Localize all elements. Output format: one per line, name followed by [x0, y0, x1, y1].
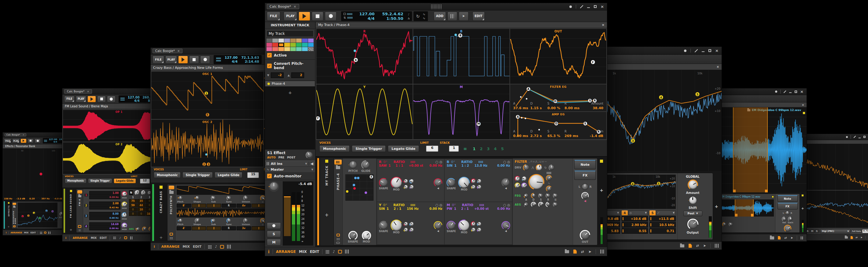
minimize-icon[interactable] — [702, 51, 705, 52]
osc-phase[interactable]: 0° — [452, 203, 456, 207]
band-freq-value[interactable]: 2.90 kHz — [622, 222, 648, 228]
osc-wave-type[interactable]: PW — [446, 207, 452, 210]
project-tab[interactable]: Calc Boogie* × — [267, 4, 299, 9]
preset-folder-icon[interactable] — [13, 206, 16, 208]
op-mod-knob[interactable] — [122, 202, 127, 207]
eq-band-handle[interactable]: 4 — [631, 182, 635, 186]
play-button[interactable] — [21, 139, 27, 143]
file-browser-icon[interactable] — [574, 249, 577, 254]
minimize-icon[interactable] — [587, 7, 590, 8]
dots-icon[interactable] — [113, 236, 116, 239]
osc-shape-knob[interactable] — [446, 221, 456, 230]
dots-icon[interactable] — [326, 250, 330, 254]
mode-dropdown[interactable]: Digi (PRC)▼ — [820, 229, 850, 233]
mono-stereo-icons[interactable]: ○ ◎ — [436, 160, 442, 164]
band-gain-value[interactable]: +11.5 dB — [649, 216, 676, 221]
add-device-button[interactable]: + — [159, 235, 163, 240]
arm-button[interactable] — [267, 222, 281, 229]
resonator-band-handle[interactable]: 5 — [45, 209, 48, 212]
channel-button-S[interactable]: S — [815, 229, 819, 233]
voices-legato-glide-button[interactable]: Legato Glide — [114, 178, 136, 183]
color-swatch[interactable] — [296, 43, 302, 47]
mod-depth-knob-r[interactable] — [471, 221, 476, 226]
remote-controls-icon[interactable] — [79, 229, 81, 231]
minimize-icon[interactable] — [859, 138, 861, 138]
voice-stack-value[interactable]: 1 — [449, 146, 459, 152]
position-display[interactable]: 72.1.3.63 — [241, 56, 259, 60]
mixer-view-icon[interactable] — [130, 236, 133, 239]
touch-mode-icon[interactable]: ➤ — [703, 244, 706, 248]
eq-band-handle[interactable]: 5 — [656, 182, 660, 186]
mono-stereo-icons[interactable]: ○ ◎ — [503, 160, 510, 164]
amount-knob[interactable] — [688, 180, 698, 190]
band-type-dropdown[interactable]: ⟋▼ — [656, 210, 676, 215]
timesig-display[interactable]: 4/4 — [357, 16, 375, 21]
osc-shape-knob[interactable] — [379, 221, 388, 230]
shift-knob[interactable] — [688, 196, 698, 205]
monitor-speaker-icon[interactable]: ◀ — [309, 161, 313, 166]
matrix-cell[interactable]: 44 — [137, 203, 145, 207]
mod-badge[interactable]: F — [590, 60, 595, 64]
color-swatch[interactable] — [290, 38, 296, 42]
info-icon[interactable]: i — [65, 236, 66, 239]
play-menu-button[interactable]: PLAY — [76, 96, 86, 102]
position-display[interactable]: 59.2.4.62 — [379, 11, 403, 16]
osc1-sync-mode[interactable]: R — [222, 204, 236, 208]
osc-mod-knob[interactable] — [391, 177, 402, 188]
osc-ratio[interactable]: 2 : 1 — [461, 207, 469, 210]
touch-mode-icon[interactable]: ➤ — [791, 236, 793, 239]
mod-depth-knob-y[interactable] — [471, 184, 476, 189]
bend-down-value[interactable]: -2 — [271, 72, 284, 78]
close-icon[interactable]: × — [87, 90, 90, 93]
osc1-sync-knob[interactable] — [226, 196, 232, 201]
osc-wave-type[interactable]: SIN — [379, 207, 385, 210]
scope-osc-b[interactable]: B B — [413, 29, 509, 84]
sample-selection-region[interactable] — [735, 200, 754, 216]
mixer-view-icon[interactable] — [227, 245, 231, 249]
preset-folder-icon[interactable] — [78, 195, 81, 197]
tab-arrange[interactable]: ARRANGE — [73, 236, 88, 239]
mod-badge[interactable]: R — [353, 58, 358, 62]
post-dropdown[interactable]: Post▼ — [683, 211, 702, 216]
mod-depth-knob-b[interactable] — [409, 221, 414, 226]
osc-fine[interactable]: 0.00 Hz — [429, 207, 442, 210]
close-panel-icon[interactable]: × — [717, 65, 719, 68]
mod-depth-knob-y[interactable] — [403, 184, 408, 189]
mod-depth-knob-b[interactable] — [409, 179, 414, 183]
feg-d-knob[interactable] — [531, 193, 536, 198]
titlebar-record-icon[interactable] — [684, 50, 686, 52]
band-type-dropdown[interactable]: ◇▼ — [628, 210, 648, 215]
play-menu-button[interactable]: PLAY — [165, 56, 177, 64]
transport-display[interactable]: 127.004/4 72.1.3.632:14.48 — [214, 55, 261, 64]
titlebar-record-icon[interactable] — [775, 91, 777, 93]
piano-panel-icon[interactable] — [715, 244, 718, 248]
metronome-icon[interactable]: ◮ — [408, 17, 410, 20]
osc-phase[interactable]: 0° — [383, 203, 387, 207]
mod-badge[interactable]: 1 — [204, 91, 208, 95]
file-browser-icon[interactable] — [850, 236, 853, 239]
device-enable-button[interactable] — [12, 203, 16, 205]
filter-eg-panel[interactable]: FILTER EG A D S R ADSRAmount — [510, 84, 607, 112]
add-device-button[interactable]: + — [600, 188, 603, 193]
osc2-shape-knob[interactable] — [195, 218, 200, 223]
matrix-cell[interactable]: 59 — [129, 203, 137, 207]
filter-q-knob[interactable] — [141, 190, 146, 195]
color-swatch[interactable] — [302, 38, 307, 42]
resonator-band-handle[interactable]: 3 — [33, 212, 35, 214]
maximize-icon[interactable] — [795, 91, 797, 93]
osc2-pitch-knob[interactable] — [178, 218, 183, 223]
device-view-icon[interactable] — [337, 234, 340, 236]
record-button[interactable] — [34, 139, 41, 143]
resize-icon[interactable] — [784, 91, 786, 93]
loop-icon[interactable]: ↻ — [544, 166, 547, 170]
color-swatch[interactable] — [272, 43, 278, 47]
piano-button[interactable] — [447, 11, 457, 21]
stop-button[interactable] — [97, 96, 106, 102]
close-icon[interactable]: × — [23, 134, 25, 136]
mod-depth-knob-r[interactable] — [471, 179, 476, 183]
band-q-value[interactable]: 0.71 — [649, 228, 676, 234]
resonator-mini-display[interactable]: 123456 — [18, 203, 58, 228]
s1-auto-button[interactable]: AUTO — [267, 156, 276, 159]
band-number-button[interactable]: 5 — [649, 210, 656, 215]
io-routing-icon[interactable]: ⇄ — [784, 236, 787, 239]
